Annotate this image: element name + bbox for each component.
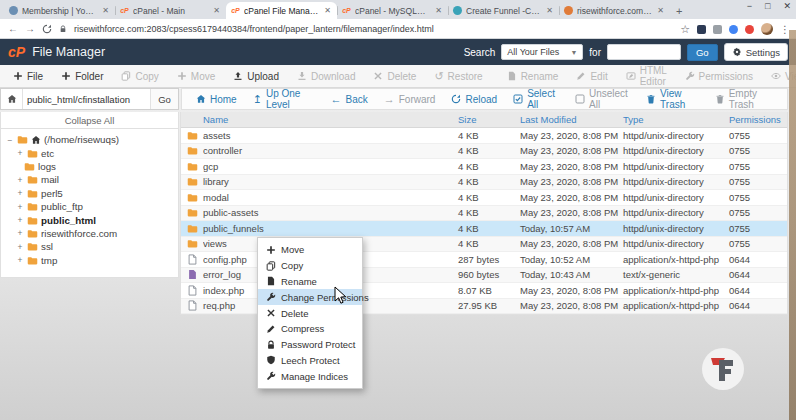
- browser-tab-strip: Membership | Your Installa ✕ cP cPanel -…: [0, 0, 796, 19]
- expander[interactable]: +: [16, 175, 24, 185]
- expander[interactable]: +: [16, 242, 24, 252]
- extension-icon[interactable]: [713, 25, 722, 34]
- search-go-button[interactable]: Go: [687, 44, 718, 61]
- menu-item-manage-indices[interactable]: Manage Indices: [258, 368, 362, 384]
- rename-button[interactable]: Rename: [498, 65, 568, 88]
- tab-close-icon[interactable]: ✕: [656, 6, 665, 15]
- expander[interactable]: +: [16, 215, 24, 225]
- plus-icon: [61, 71, 71, 81]
- profile-avatar[interactable]: [761, 23, 773, 35]
- tree-item-perl5[interactable]: +perl5: [6, 187, 178, 200]
- expander[interactable]: +: [16, 148, 24, 158]
- forward-button[interactable]: →Forward: [376, 88, 444, 110]
- table-row[interactable]: library4 KBMay 23, 2020, 8:08 PMhttpd/un…: [181, 175, 787, 191]
- chevron-down-icon: ▼: [570, 49, 577, 56]
- home-button[interactable]: Home: [188, 88, 245, 110]
- expander[interactable]: +: [16, 202, 24, 212]
- table-row[interactable]: gcp4 KBMay 23, 2020, 8:08 PMhttpd/unix-d…: [181, 159, 787, 175]
- settings-button[interactable]: Settings: [724, 43, 788, 61]
- new-tab-button[interactable]: +: [676, 5, 682, 19]
- up-one-level-button[interactable]: ↥Up One Level: [245, 88, 323, 110]
- tab-cpanel-main[interactable]: cP cPanel - Main ✕: [115, 2, 226, 19]
- expander[interactable]: −: [6, 135, 14, 145]
- expander[interactable]: +: [16, 228, 24, 238]
- minimize-button[interactable]: −: [747, 1, 752, 11]
- unselect-all-button[interactable]: Unselect All: [567, 88, 638, 110]
- permissions-button[interactable]: Permissions: [676, 65, 762, 88]
- close-button[interactable]: ✕: [783, 1, 791, 11]
- folder-icon: [17, 134, 28, 145]
- column-header-permissions[interactable]: Permissions: [729, 114, 787, 125]
- menu-item-compress[interactable]: Compress: [258, 321, 362, 337]
- menu-item-leech-protect[interactable]: Leech Protect: [258, 353, 362, 369]
- folder-icon: [27, 174, 38, 185]
- download-button[interactable]: Download: [288, 65, 364, 88]
- table-row[interactable]: public-assets4 KBMay 23, 2020, 8:08 PMht…: [181, 206, 787, 222]
- copy-button[interactable]: Copy: [112, 65, 167, 88]
- tab-membership[interactable]: Membership | Your Installa ✕: [4, 2, 115, 19]
- home-icon[interactable]: [1, 89, 23, 109]
- back-icon[interactable]: ←: [8, 23, 18, 34]
- empty-trash-button[interactable]: Empty Trash: [707, 88, 781, 110]
- bookmark-star-icon[interactable]: ☆: [680, 23, 690, 36]
- menu-item-delete[interactable]: Delete: [258, 305, 362, 321]
- view-trash-button[interactable]: View Trash: [638, 88, 707, 110]
- table-row-selected[interactable]: public_funnels4 KBToday, 10:57 AMhttpd/u…: [181, 221, 787, 237]
- path-input[interactable]: [23, 94, 150, 105]
- maximize-button[interactable]: □: [765, 1, 770, 11]
- tab-close-icon[interactable]: ✕: [434, 6, 443, 15]
- tab-mysql[interactable]: cP cPanel - MySQL® Databas ✕: [337, 2, 448, 19]
- menu-item-move[interactable]: Move: [258, 242, 362, 258]
- folder-button[interactable]: Folder: [52, 65, 112, 88]
- delete-button[interactable]: Delete: [364, 65, 425, 88]
- table-row[interactable]: assets4 KBMay 23, 2020, 8:08 PMhttpd/uni…: [181, 128, 787, 144]
- tree-item-ssl[interactable]: +ssl: [6, 240, 178, 253]
- reload-button[interactable]: Reload: [443, 88, 505, 110]
- expander[interactable]: +: [16, 188, 24, 198]
- padlock-icon[interactable]: [59, 25, 67, 33]
- edit-button[interactable]: Edit: [567, 65, 616, 88]
- tab-phpmyadmin[interactable]: risewithforce.com / localho ✕: [559, 2, 670, 19]
- tree-item-risewithforce[interactable]: +risewithforce.com: [6, 227, 178, 240]
- column-header-name[interactable]: Name: [203, 114, 458, 125]
- tab-close-icon[interactable]: ✕: [212, 6, 221, 15]
- back-button[interactable]: ←Back: [323, 88, 376, 110]
- move-button[interactable]: Move: [168, 65, 224, 88]
- tree-item-logs[interactable]: logs: [6, 160, 178, 173]
- tree-item-mail[interactable]: +mail: [6, 173, 178, 186]
- tree-item-root[interactable]: − (/home/risewuqs): [6, 133, 178, 146]
- extension-icon[interactable]: [745, 25, 754, 34]
- reload-icon[interactable]: [42, 24, 52, 34]
- tab-close-icon[interactable]: ✕: [101, 6, 110, 15]
- expander[interactable]: +: [16, 255, 24, 265]
- tab-cloudfunnels[interactable]: Create Funnel -CloudFunn ✕: [448, 2, 559, 19]
- collapse-all-button[interactable]: Collapse All: [1, 112, 178, 129]
- menu-item-copy[interactable]: Copy: [258, 258, 362, 274]
- extension-icon[interactable]: [697, 25, 706, 34]
- tab-close-icon[interactable]: ✕: [545, 6, 554, 15]
- tree-item-public-html[interactable]: +public_html: [6, 213, 178, 226]
- table-row[interactable]: controller4 KBMay 23, 2020, 8:08 PMhttpd…: [181, 144, 787, 160]
- upload-button[interactable]: Upload: [224, 65, 288, 88]
- table-row[interactable]: modal4 KBMay 23, 2020, 8:08 PMhttpd/unix…: [181, 190, 787, 206]
- tree-item-public-ftp[interactable]: +public_ftp: [6, 200, 178, 213]
- forward-icon[interactable]: →: [25, 23, 35, 34]
- tab-file-manager[interactable]: cP cPanel File Manager v3 ✕: [226, 2, 337, 19]
- eye-icon: [771, 71, 781, 81]
- html-editor-button[interactable]: HTML Editor: [617, 65, 676, 88]
- file-button[interactable]: File: [4, 65, 52, 88]
- column-header-size[interactable]: Size: [458, 114, 520, 125]
- search-input[interactable]: [607, 44, 681, 60]
- menu-item-password-protect[interactable]: Password Protect: [258, 337, 362, 353]
- extension-icon[interactable]: [729, 25, 738, 34]
- tree-item-etc[interactable]: +etc: [6, 146, 178, 159]
- restore-button[interactable]: ↺Restore: [425, 65, 491, 88]
- column-header-modified[interactable]: Last Modified: [520, 114, 623, 125]
- tab-close-icon[interactable]: ✕: [323, 6, 332, 15]
- tree-item-tmp[interactable]: +tmp: [6, 254, 178, 267]
- path-go-button[interactable]: Go: [150, 89, 178, 109]
- column-header-type[interactable]: Type: [623, 114, 729, 125]
- search-scope-select[interactable]: All Your Files ▼: [501, 44, 583, 60]
- url-text[interactable]: risewithforce.com:2083/cpsess6179440384/…: [74, 24, 434, 34]
- select-all-button[interactable]: Select All: [505, 88, 567, 110]
